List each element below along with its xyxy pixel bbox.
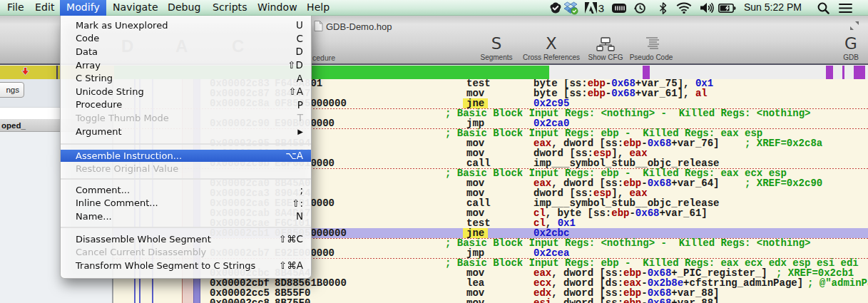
operands: dword [ss:esp], eax (533, 188, 648, 198)
operands: eax, dword [ss:ebp-0x68+_PIC_register_] (533, 268, 767, 278)
pseudo-code-button[interactable]: Pseudo Code (619, 35, 683, 61)
menu-item-inline-comment[interactable]: Inline Comment...⇧: (61, 197, 311, 210)
address: 0x00002cc8 (210, 298, 270, 303)
basic-block-comment: ; Basic Block Input Regs: ebp - Killed R… (445, 258, 859, 268)
operands: eax, dword [ss:ebp-0x68+var_76] (533, 138, 720, 148)
keyboard-icon[interactable] (612, 0, 626, 16)
current-position-arrow-icon (21, 66, 30, 78)
menu-item-c-string[interactable]: C StringA (61, 71, 311, 85)
procedure-button-label-fragment[interactable]: cedure (312, 53, 335, 62)
mnemonic: lea (466, 278, 484, 288)
strings-filter-button[interactable]: ngs (0, 82, 24, 98)
fullscreen-icon[interactable] (849, 21, 859, 34)
menu-separator (61, 138, 311, 150)
inline-comment: ; XREF=0x2c90 (745, 178, 822, 188)
dropbox-icon[interactable] (563, 0, 579, 16)
menu-item-argument[interactable]: Argument▶ (61, 125, 311, 138)
menu-item-procedure[interactable]: ProcedureP (61, 98, 311, 112)
mnemonic: jmp (466, 118, 484, 128)
basic-block-comment: ; Basic Block Input Regs: <nothing> - Ki… (445, 108, 810, 118)
operands: eax, dword [ss:ebp-0x68+var_64] (533, 178, 720, 188)
mnemonic: mov (466, 288, 484, 298)
window-title[interactable]: GDB-Demo.hop (326, 21, 392, 32)
menu-item-transform-whole-segment-to-c-strings[interactable]: Transform Whole Segment to C Strings⇧⌘A (61, 259, 311, 272)
instruction-bytes: 8B55F0 (275, 288, 310, 298)
instruction-bytes: 8B75F0 (275, 298, 310, 303)
mnemonic: mov (466, 138, 484, 148)
operands: dword [ss:esp], eax (533, 148, 648, 158)
inline-comment: ; @"adminPage" (807, 278, 868, 288)
menu-item-assemble-instruction[interactable]: Assemble Instruction...⌥A (61, 150, 311, 162)
inline-comment: ; XREF=0x2cb1 (776, 268, 854, 278)
nav-segment-5[interactable] (854, 66, 865, 79)
inline-comment: ; XREF=0x2c8a (745, 138, 822, 148)
adobe-count: 3 (598, 0, 605, 16)
nav-divider (56, 66, 58, 79)
mnemonic: jmp (466, 248, 484, 258)
menu-item-toggle-thumb-mode: Toggle Thumb ModeT (61, 111, 311, 125)
mnemonic: test (466, 218, 491, 228)
menu-item-cancel-current-disassembly: Cancel Current Disassembly (61, 245, 311, 259)
menu-item-code[interactable]: CodeC (61, 32, 311, 46)
time-machine-icon[interactable] (633, 0, 646, 16)
bluetooth-icon[interactable] (658, 0, 668, 16)
nav-segment-3[interactable] (826, 66, 833, 79)
wifi-icon[interactable] (675, 0, 693, 16)
mnemonic: call (466, 198, 491, 208)
mnemonic: call (466, 158, 491, 168)
menu-item-unicode-string[interactable]: Unicode String⇧A (61, 85, 311, 98)
adobe-a-icon[interactable] (584, 0, 597, 16)
operands: esi, dword [ss:ebp-0x68+var_88] (533, 298, 720, 303)
basic-block-comment: ; Basic Block Input Regs: <nothing> - Ki… (445, 238, 810, 248)
operands: imp___symbol_stub__objc_release (533, 198, 719, 208)
disassembly-row[interactable]: 0x00002cc58B55F0movedx, dword [ss:ebp-0x… (113, 288, 868, 298)
mnemonic: mov (466, 268, 484, 278)
modify-menu-dropdown: Mark as UnexploredUCodeCDataDArray⇧DC St… (60, 16, 312, 279)
nav-segment-2[interactable] (643, 66, 650, 79)
volume-icon[interactable] (700, 0, 715, 16)
highlighted-mnemonic: jne (463, 228, 488, 238)
submenu-arrow-icon: ▶ (297, 128, 311, 135)
pseudo-code-icon (619, 35, 683, 52)
operands: ecx, dword [ds:eax-0x2b8e+cfstring_admin… (533, 278, 803, 288)
operands: 0x2cbc (533, 228, 569, 238)
disassembly-row[interactable]: 0x00002cc88B75F0movesi, dword [ss:ebp-0x… (113, 298, 868, 303)
menu-item-disassemble-whole-segment[interactable]: Disassemble Whole Segment⇧⌘C (61, 232, 311, 246)
check-cloud-icon[interactable] (549, 0, 561, 16)
operands: byte [ss:ebp-0x68+var_61], al (533, 88, 708, 98)
notification-center-icon[interactable] (837, 0, 853, 16)
operands: 0x2ca0 (533, 118, 569, 128)
disassembly-row[interactable]: 0x00002cbf8D88561B0000leaecx, dword [ds:… (113, 278, 868, 288)
mnemonic: mov (466, 188, 484, 198)
menu-item-mark-as-unexplored[interactable]: Mark as UnexploredU (61, 19, 311, 32)
menu-item-data[interactable]: DataD (61, 45, 311, 58)
menubar-status-area: 3 Sun 5:22 PM (0, 0, 868, 16)
operands: cl, byte [ss:ebp-0x68+var_61] (533, 208, 708, 218)
mnemonic: mov (466, 178, 484, 188)
gdb-button[interactable]: G GDB (826, 35, 868, 61)
menu-separator (61, 175, 311, 183)
basic-block-comment: ; Basic Block Input Regs: ebp - Killed R… (445, 168, 787, 178)
nav-segment-4[interactable] (842, 66, 844, 79)
address: 0x00002cbf (210, 278, 270, 288)
gdb-icon: G (826, 35, 868, 52)
mnemonic: mov (466, 148, 484, 158)
document-icon (314, 21, 323, 34)
operands: edx, dword [ss:ebp-0x68+var_88] (533, 288, 720, 298)
highlighted-mnemonic: jne (463, 98, 488, 108)
operands: cl, 0x1 (533, 218, 576, 228)
operands: imp___symbol_stub__objc_release (533, 158, 719, 168)
operands: 0x2c95 (533, 98, 569, 108)
menu-item-array[interactable]: Array⇧D (61, 58, 311, 72)
spotlight-icon[interactable] (816, 0, 830, 16)
menu-item-comment[interactable]: Comment...; (61, 183, 311, 197)
mnemonic: mov (466, 88, 484, 98)
menubar: FileEditModifyNavigateDebugScriptsWindow… (0, 0, 868, 16)
menu-item-restore-original-value: Restore Original Value (61, 162, 311, 175)
menu-separator (61, 223, 311, 232)
battery-icon[interactable] (718, 0, 736, 16)
menu-item-name[interactable]: Name...N (61, 210, 311, 223)
operands: 0x2cea (533, 248, 569, 258)
mnemonic: mov (466, 208, 484, 218)
menubar-clock[interactable]: Sun 5:22 PM (744, 0, 802, 16)
